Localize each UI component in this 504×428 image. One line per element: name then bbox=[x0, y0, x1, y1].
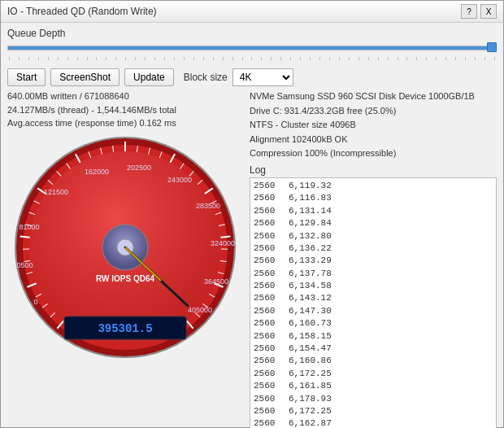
log-container[interactable]: 25606,119.3225606,116.8325606,131.142560… bbox=[250, 177, 497, 428]
window-title: IO - Threaded QD (Random Write) bbox=[7, 6, 157, 17]
log-row: 25606,133.29 bbox=[254, 255, 493, 267]
log-col-queue: 2560 bbox=[254, 317, 282, 330]
update-button[interactable]: Update bbox=[124, 68, 174, 86]
tick bbox=[290, 57, 291, 60]
tick bbox=[106, 57, 106, 60]
log-col-queue: 2560 bbox=[254, 355, 282, 367]
tick bbox=[329, 57, 330, 60]
tick bbox=[9, 57, 10, 60]
tick bbox=[349, 57, 350, 60]
queue-depth-label: Queue Depth bbox=[7, 28, 497, 39]
log-col-queue: 2560 bbox=[254, 305, 282, 317]
queue-depth-section: Queue Depth bbox=[7, 28, 497, 60]
log-col-queue: 2560 bbox=[254, 280, 282, 292]
tick bbox=[310, 57, 311, 60]
log-col-value: 6,119.32 bbox=[289, 180, 332, 192]
log-col-value: 6,160.86 bbox=[289, 355, 332, 367]
log-row: 25606,137.78 bbox=[254, 268, 493, 280]
tick bbox=[96, 57, 97, 60]
log-col-value: 6,133.29 bbox=[289, 255, 332, 267]
log-col-queue: 2560 bbox=[254, 368, 282, 380]
left-panel: 640.00MB written / 671088640 24.127MB/s … bbox=[7, 90, 243, 428]
tick bbox=[494, 57, 495, 60]
main-area: 640.00MB written / 671088640 24.127MB/s … bbox=[7, 90, 497, 428]
log-col-value: 6,137.78 bbox=[289, 268, 332, 280]
svg-text:283500: 283500 bbox=[196, 202, 220, 210]
log-col-queue: 2560 bbox=[254, 205, 282, 217]
svg-text:395301.5: 395301.5 bbox=[98, 322, 152, 335]
log-col-queue: 2560 bbox=[254, 292, 282, 304]
tick bbox=[416, 57, 417, 60]
svg-text:0: 0 bbox=[33, 298, 37, 306]
tick bbox=[475, 57, 476, 60]
log-row: 25606,129.84 bbox=[254, 217, 493, 229]
tick bbox=[339, 57, 340, 60]
log-col-value: 6,147.30 bbox=[289, 305, 332, 317]
tick bbox=[398, 57, 398, 60]
gauge-svg: 0 40500 81000 121500 162000 202500 24300… bbox=[11, 133, 239, 361]
svg-line-13 bbox=[220, 236, 230, 237]
tick bbox=[251, 57, 252, 60]
tick bbox=[280, 57, 281, 60]
toolbar: Start ScreenShot Update Block size 4K 8K… bbox=[7, 68, 497, 86]
log-col-value: 6,160.73 bbox=[289, 317, 332, 330]
device-drive: Drive C: 931.4/233.2GB free (25.0%) bbox=[250, 104, 497, 119]
tick bbox=[38, 57, 39, 60]
tick bbox=[465, 57, 466, 60]
log-row: 25606,119.32 bbox=[254, 180, 493, 192]
log-col-value: 6,158.15 bbox=[289, 330, 332, 343]
tick bbox=[406, 57, 407, 60]
log-col-queue: 2560 bbox=[254, 217, 282, 229]
svg-text:405000: 405000 bbox=[188, 306, 212, 314]
tick bbox=[388, 57, 389, 60]
gauge-container: 0 40500 81000 121500 162000 202500 24300… bbox=[11, 133, 239, 361]
tick bbox=[174, 57, 175, 60]
tick bbox=[358, 57, 359, 60]
log-col-queue: 2560 bbox=[254, 230, 282, 242]
svg-text:121500: 121500 bbox=[44, 188, 68, 196]
tick bbox=[378, 57, 379, 60]
log-label: Log bbox=[250, 164, 497, 176]
svg-text:364500: 364500 bbox=[204, 277, 228, 286]
tick bbox=[87, 57, 88, 60]
tick bbox=[445, 57, 446, 60]
log-row: 25606,116.83 bbox=[254, 192, 493, 204]
tick bbox=[300, 57, 301, 60]
block-size-select[interactable]: 4K 8K 16K 32K 64K 128K 512K 1M bbox=[232, 68, 293, 86]
log-col-value: 6,154.47 bbox=[289, 343, 332, 355]
log-col-value: 6,136.22 bbox=[289, 242, 332, 255]
block-size-label: Block size bbox=[184, 72, 228, 83]
log-row: 25606,158.15 bbox=[254, 330, 493, 343]
screenshot-button[interactable]: ScreenShot bbox=[50, 68, 119, 86]
tick bbox=[164, 57, 165, 60]
log-col-queue: 2560 bbox=[254, 417, 282, 428]
main-window: IO - Threaded QD (Random Write) ? X Queu… bbox=[0, 0, 504, 428]
log-col-queue: 2560 bbox=[254, 255, 282, 267]
start-button[interactable]: Start bbox=[7, 68, 46, 86]
tick bbox=[115, 57, 116, 60]
tick bbox=[223, 57, 224, 60]
stat-line1: 640.00MB written / 671088640 bbox=[7, 90, 243, 103]
log-row: 25606,154.47 bbox=[254, 343, 493, 355]
help-button[interactable]: ? bbox=[461, 4, 477, 19]
tick bbox=[19, 57, 20, 60]
slider-track bbox=[7, 46, 497, 50]
tick-marks bbox=[7, 57, 497, 60]
tick bbox=[58, 57, 59, 60]
tick bbox=[125, 57, 126, 60]
log-col-value: 6,172.25 bbox=[289, 368, 332, 380]
log-col-value: 6,162.87 bbox=[289, 417, 332, 428]
log-col-value: 6,161.85 bbox=[289, 380, 332, 392]
log-col-queue: 2560 bbox=[254, 380, 282, 392]
tick bbox=[77, 57, 78, 60]
queue-depth-slider-container[interactable] bbox=[7, 41, 497, 55]
tick bbox=[455, 57, 456, 60]
log-row: 25606,160.73 bbox=[254, 317, 493, 330]
log-col-queue: 2560 bbox=[254, 405, 282, 417]
tick bbox=[436, 57, 437, 60]
close-button[interactable]: X bbox=[480, 4, 497, 19]
stats-text: 640.00MB written / 671088640 24.127MB/s … bbox=[7, 90, 243, 130]
log-row: 25606,134.58 bbox=[254, 280, 493, 292]
tick bbox=[145, 57, 146, 60]
content-area: Queue Depth bbox=[1, 23, 503, 428]
